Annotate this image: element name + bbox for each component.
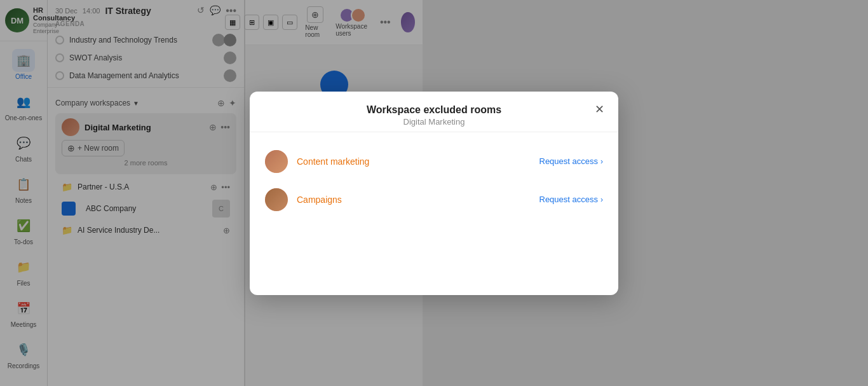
modal-close-button[interactable]: ✕: [590, 100, 608, 118]
chevron-right-icon-2: ›: [600, 195, 603, 204]
modal-title: Workspace excluded rooms: [265, 104, 603, 116]
room-name-content-marketing: Content marketing: [297, 156, 539, 167]
room-item-campaigns[interactable]: Campaigns Request access ›: [250, 181, 618, 219]
room-name-campaigns: Campaigns: [297, 195, 539, 205]
modal-overlay: Workspace excluded rooms Digital Marketi…: [0, 0, 868, 386]
request-access-content-marketing[interactable]: Request access ›: [539, 156, 604, 166]
modal-header: Workspace excluded rooms Digital Marketi…: [250, 92, 618, 132]
room-item-content-marketing[interactable]: Content marketing Request access ›: [250, 142, 618, 181]
avatar-img-1: [265, 150, 288, 173]
campaigns-avatar: [265, 188, 288, 211]
request-access-campaigns[interactable]: Request access ›: [539, 195, 604, 204]
chevron-right-icon-1: ›: [600, 157, 603, 166]
content-marketing-avatar: [265, 150, 288, 173]
avatar-img-2: [265, 188, 288, 211]
workspace-excluded-rooms-modal: Workspace excluded rooms Digital Marketi…: [250, 92, 618, 295]
modal-body: Content marketing Request access › Campa…: [250, 132, 618, 295]
modal-subtitle: Digital Marketing: [265, 117, 603, 127]
